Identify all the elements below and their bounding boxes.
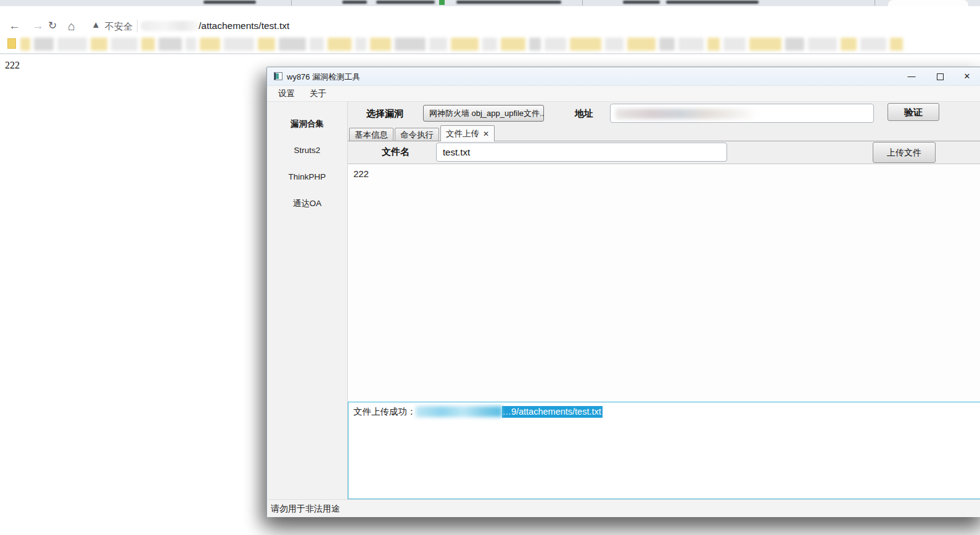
blurred-bookmark-item <box>429 38 447 51</box>
blurred-bookmarks <box>19 34 974 54</box>
close-button[interactable]: ✕ <box>957 67 978 85</box>
blurred-bookmark-item <box>501 38 525 51</box>
blurred-bookmark-item <box>627 38 656 51</box>
app-icon <box>274 72 282 80</box>
sidebar-item-tongda-oa[interactable]: 通达OA <box>293 195 322 212</box>
result-output-textarea[interactable]: 文件上传成功：9/attachements/test.txt <box>348 402 980 499</box>
url-text[interactable]: /attachements/test.txt <box>199 20 289 31</box>
blurred-bookmark-item <box>370 38 391 51</box>
verify-button[interactable]: 验证 <box>887 103 939 121</box>
redacted-address-value <box>616 109 757 119</box>
blurred-bookmark-item <box>20 38 30 51</box>
not-secure-label[interactable]: 不安全 <box>105 21 133 33</box>
back-icon[interactable]: ← <box>9 18 20 34</box>
vulnerability-dropdown-value: 网神防火墙 obj_app_upfile文件.. <box>429 109 544 118</box>
refresh-icon[interactable]: ↻ <box>48 18 57 34</box>
blurred-bookmark-item <box>890 38 903 51</box>
tab-separator <box>291 0 292 6</box>
blurred-bookmark-item <box>279 38 306 51</box>
app-window: wy876 漏洞检测工具 — ✕ 设置 关于 漏洞合集 Struts2 Thin… <box>266 67 980 517</box>
tab-file-upload[interactable]: 文件上传✕ <box>440 125 495 141</box>
blurred-bookmark-item <box>529 38 541 51</box>
blurred-bookmark-item <box>570 38 601 51</box>
filename-row: 文件名 上传文件 <box>348 141 980 164</box>
home-icon[interactable]: ⌂ <box>68 18 75 34</box>
address-label: 地址 <box>575 108 593 120</box>
blurred-bookmark-item <box>224 38 254 51</box>
vulnerability-dropdown[interactable]: 网神防火墙 obj_app_upfile文件.. ▼ <box>423 105 544 122</box>
tab-separator <box>875 0 875 6</box>
target-address-input[interactable] <box>610 104 874 123</box>
sidebar-item-struts2[interactable]: Struts2 <box>294 142 321 159</box>
tab-command-exec[interactable]: 命令执行 <box>395 128 439 141</box>
module-tabs: 基本信息 命令执行 文件上传✕ <box>348 125 980 141</box>
blurred-bookmark-item <box>91 38 107 51</box>
status-bar: 请勿用于非法用途 <box>267 499 980 517</box>
bookmarks-bar[interactable] <box>0 34 980 54</box>
blurred-bookmark-item <box>327 38 352 51</box>
select-vuln-label: 选择漏洞 <box>366 108 403 120</box>
blurred-bookmark-item <box>785 38 804 51</box>
blurred-bookmark-item <box>395 38 426 51</box>
minimize-button[interactable]: — <box>901 67 922 85</box>
filename-label: 文件名 <box>382 146 410 158</box>
blurred-bookmark-item <box>723 38 746 51</box>
tab-separator <box>582 0 583 6</box>
blurred-bookmark-item <box>808 38 837 51</box>
blurred-bookmark-item <box>258 38 275 51</box>
blurred-tab-title <box>376 1 435 4</box>
upload-file-button[interactable]: 上传文件 <box>873 142 936 163</box>
tab-basic-info[interactable]: 基本信息 <box>349 128 393 141</box>
tab-favicon <box>439 0 445 5</box>
blurred-bookmark-item <box>34 38 54 51</box>
tab-label: 文件上传 <box>446 129 479 138</box>
tab-label: 命令执行 <box>400 130 434 139</box>
menu-bar: 设置 关于 <box>267 86 980 102</box>
blurred-bookmark-item <box>159 38 182 51</box>
result-selected-url[interactable]: 9/attachements/test.txt <box>502 406 602 418</box>
sidebar-item-thinkphp[interactable]: ThinkPHP <box>289 168 326 186</box>
forward-icon[interactable]: → <box>32 18 44 34</box>
result-prefix: 文件上传成功： <box>353 407 416 417</box>
tab-close-icon[interactable]: ✕ <box>483 130 489 138</box>
blurred-bookmark-item <box>860 38 886 51</box>
browser-tab-strip[interactable] <box>0 0 980 6</box>
browser-address-bar: ← → ↻ ⌂ ▲ 不安全 /attachements/test.txt <box>0 6 980 34</box>
blurred-tab-title <box>666 1 759 4</box>
maximize-button[interactable] <box>929 67 950 85</box>
blurred-bookmark-item <box>482 38 497 51</box>
blurred-bookmark-item <box>186 38 196 51</box>
payload-content-textarea[interactable]: 222 <box>348 164 980 402</box>
menu-about[interactable]: 关于 <box>302 86 334 102</box>
blurred-bookmark-item <box>678 38 704 51</box>
blurred-bookmark-item <box>707 38 720 51</box>
window-title-bar[interactable]: wy876 漏洞检测工具 — ✕ <box>267 67 980 86</box>
blurred-bookmark-item <box>605 38 624 51</box>
blurred-bookmark-item <box>111 38 138 51</box>
browser-tab[interactable] <box>888 0 968 6</box>
blurred-bookmark-item <box>200 38 220 51</box>
redacted-result-url-host <box>416 406 502 417</box>
tab-label: 基本信息 <box>355 130 388 139</box>
blurred-bookmark-item <box>659 38 675 51</box>
blurred-bookmark-item <box>310 38 324 51</box>
redacted-url-host <box>141 21 200 31</box>
blurred-tab-title <box>204 1 256 4</box>
blurred-bookmark-item <box>749 38 781 51</box>
menu-settings[interactable]: 设置 <box>271 86 302 102</box>
bookmark-folder-icon[interactable] <box>7 38 16 49</box>
url-divider <box>137 20 138 32</box>
sidebar-item-vuln-collection[interactable]: 漏洞合集 <box>290 115 324 133</box>
blurred-bookmark-item <box>545 38 566 51</box>
page-text: 222 <box>5 60 20 71</box>
blurred-tab-title <box>456 1 561 4</box>
blurred-bookmark-item <box>355 38 366 51</box>
filename-input[interactable] <box>436 143 727 162</box>
blurred-bookmark-item <box>451 38 479 51</box>
toolbar: 选择漏洞 网神防火墙 obj_app_upfile文件.. ▼ 地址 验证 <box>348 102 980 125</box>
blurred-tab-title <box>623 1 660 4</box>
blurred-bookmark-item <box>57 38 87 51</box>
not-secure-warning-icon[interactable]: ▲ <box>91 19 101 30</box>
sidebar: 漏洞合集 Struts2 ThinkPHP 通达OA <box>267 102 348 499</box>
window-title: wy876 漏洞检测工具 <box>287 72 360 83</box>
